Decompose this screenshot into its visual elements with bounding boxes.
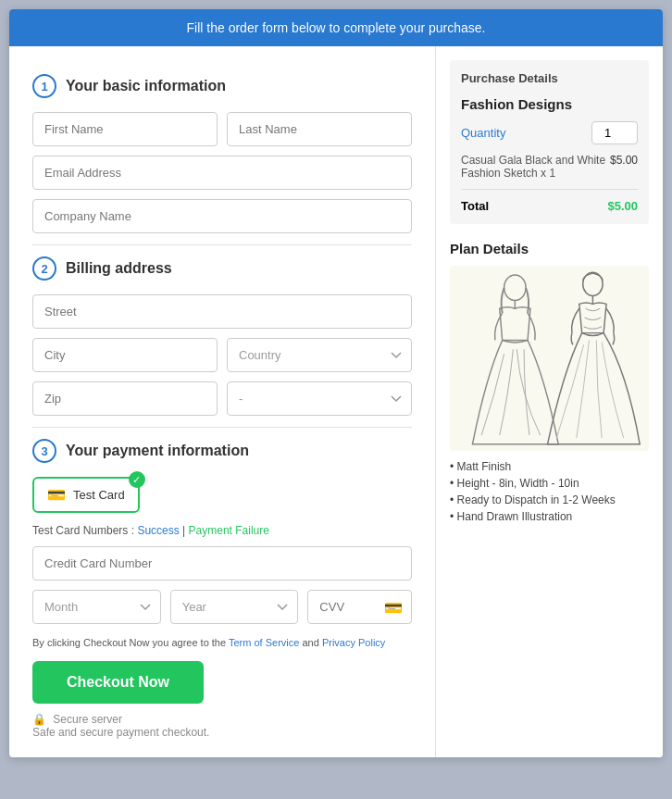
page-wrapper: Fill the order form below to complete yo…	[9, 9, 663, 757]
plan-features: Matt FinishHeight - 8in, Width - 10inRea…	[450, 460, 649, 523]
failure-link[interactable]: Payment Failure	[189, 524, 269, 537]
street-row	[32, 294, 412, 329]
test-card-option[interactable]: 💳 Test Card ✓	[32, 477, 140, 513]
zip-state-row: -	[32, 381, 412, 416]
secure-server-text: Secure server	[53, 713, 122, 726]
basic-info-title: Your basic information	[66, 78, 226, 94]
state-select[interactable]: -	[227, 381, 412, 416]
email-input[interactable]	[32, 156, 412, 190]
street-input[interactable]	[32, 294, 412, 329]
total-amount: $5.00	[607, 199, 638, 213]
check-badge-icon: ✓	[129, 471, 145, 488]
company-row	[32, 199, 412, 233]
credit-card-icon: 💳	[47, 486, 66, 504]
item-price: $5.00	[610, 154, 638, 167]
top-banner: Fill the order form below to complete yo…	[9, 9, 663, 46]
fashion-sketch-svg	[450, 266, 649, 451]
company-input[interactable]	[32, 199, 412, 233]
divider-2	[32, 427, 412, 428]
purchase-details-box: Purchase Details Fashion Designs Quantit…	[450, 60, 649, 224]
secure-info: 🔒 Secure server Safe and secure payment …	[32, 713, 412, 739]
quantity-row: Quantity	[461, 121, 638, 144]
lock-icon: 🔒	[32, 713, 46, 726]
terms-prefix: By clicking Checkout Now you agree to th…	[32, 637, 229, 648]
name-row	[32, 112, 412, 146]
email-row	[32, 156, 412, 190]
total-row: Total $5.00	[461, 199, 638, 213]
plan-feature-item: Height - 8in, Width - 10in	[450, 477, 649, 490]
checkout-button[interactable]: Checkout Now	[32, 661, 204, 704]
privacy-link[interactable]: Privacy Policy	[322, 637, 385, 648]
plan-feature-item: Ready to Dispatch in 1-2 Weeks	[450, 493, 649, 506]
terms-text: By clicking Checkout Now you agree to th…	[32, 637, 412, 648]
last-name-input[interactable]	[227, 112, 412, 146]
cvv-wrapper: 💳	[307, 590, 412, 624]
billing-header: 2 Billing address	[32, 256, 412, 281]
section-number-2: 2	[32, 256, 56, 281]
quantity-label: Quantity	[461, 126, 505, 140]
test-card-prefix: Test Card Numbers :	[32, 524, 137, 537]
basic-info-header: 1 Your basic information	[32, 74, 412, 98]
section-number-3: 3	[32, 439, 56, 463]
success-link[interactable]: Success	[137, 524, 179, 537]
year-select[interactable]: Year 2024 2025	[170, 590, 299, 624]
secure-description: Safe and secure payment checkout.	[32, 726, 412, 739]
payment-header: 3 Your payment information	[32, 439, 412, 463]
city-input[interactable]	[32, 338, 218, 372]
cvv-card-icon: 💳	[384, 598, 403, 616]
section-number-1: 1	[32, 74, 56, 98]
quantity-input[interactable]	[591, 121, 638, 144]
cc-row	[32, 546, 412, 581]
city-country-row: Country United States United Kingdom	[32, 338, 412, 372]
first-name-input[interactable]	[32, 112, 218, 146]
fashion-sketch	[450, 266, 649, 451]
cvv-row: Month 01 02 Year 2024 2025 💳	[32, 590, 412, 624]
zip-input[interactable]	[32, 381, 218, 416]
plan-details-title: Plan Details	[450, 241, 649, 256]
tos-link[interactable]: Term of Service	[229, 637, 299, 648]
card-label: Test Card	[73, 488, 125, 502]
country-select[interactable]: Country United States United Kingdom	[227, 338, 412, 372]
billing-title: Billing address	[66, 260, 172, 277]
item-row: Casual Gala Black and White Fashion Sket…	[461, 154, 638, 190]
secure-server-line: 🔒 Secure server	[32, 713, 412, 726]
terms-middle: and	[302, 637, 321, 648]
item-name: Casual Gala Black and White Fashion Sket…	[461, 154, 610, 180]
right-panel: Purchase Details Fashion Designs Quantit…	[436, 46, 663, 757]
left-panel: 1 Your basic information 2 Billing addre…	[9, 46, 436, 757]
payment-title: Your payment information	[66, 443, 249, 459]
banner-text: Fill the order form below to complete yo…	[187, 20, 486, 35]
month-select[interactable]: Month 01 02	[32, 590, 161, 624]
product-name: Fashion Designs	[461, 96, 638, 112]
test-card-info: Test Card Numbers : Success | Payment Fa…	[32, 524, 412, 537]
total-label: Total	[461, 199, 489, 213]
credit-card-input[interactable]	[32, 546, 412, 581]
purchase-details-title: Purchase Details	[461, 71, 638, 85]
divider-1	[32, 244, 412, 245]
plan-feature-item: Matt Finish	[450, 460, 649, 473]
main-content: 1 Your basic information 2 Billing addre…	[9, 46, 663, 757]
plan-feature-item: Hand Drawn Illustration	[450, 510, 649, 523]
